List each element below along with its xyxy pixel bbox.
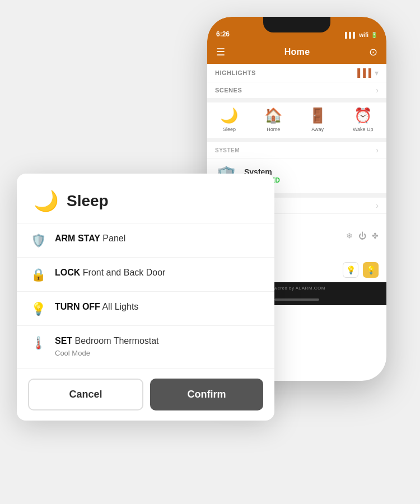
system-section-label: SYSTEM bbox=[215, 147, 240, 153]
thermostat-item: 🌡️ SET Bedroom Thermostat Cool Mode bbox=[17, 326, 274, 368]
light-off-button[interactable]: 💡 bbox=[343, 262, 358, 278]
menu-icon[interactable]: ☰ bbox=[216, 46, 225, 58]
scene-home[interactable]: 🏠 Home bbox=[264, 107, 282, 132]
home-scene-label: Home bbox=[267, 127, 280, 132]
lights-icons: 💡 💡 bbox=[343, 262, 379, 278]
scenes-label: SCENES bbox=[215, 87, 242, 94]
set-bold: SET bbox=[55, 336, 72, 346]
thermostat-item-text: SET Bedroom Thermostat Cool Mode bbox=[55, 335, 159, 359]
phone-header: ☰ Home ⊙ bbox=[207, 41, 386, 64]
dialog-items: 🛡️ ARM STAY Panel 🔒 LOCK Front and Back … bbox=[17, 223, 274, 368]
lock-item: 🔒 LOCK Front and Back Door bbox=[17, 258, 274, 292]
highlights-label: HIGHLIGHTS bbox=[215, 69, 256, 76]
phone-title: Home bbox=[284, 47, 310, 57]
highlights-right: ▐▐▐ ▾ bbox=[354, 68, 379, 77]
bar-chart-icon: ▐▐▐ bbox=[354, 68, 371, 77]
arm-stay-item: 🛡️ ARM STAY Panel bbox=[17, 223, 274, 258]
phone-notch bbox=[263, 17, 330, 32]
arm-stay-icon: 🛡️ bbox=[30, 234, 46, 248]
highlights-bar: HIGHLIGHTS ▐▐▐ ▾ bbox=[207, 64, 386, 82]
scenes-chevron[interactable]: › bbox=[376, 86, 379, 95]
settings-icon[interactable]: ⊙ bbox=[369, 46, 377, 58]
sleep-scene-label: Sleep bbox=[223, 127, 236, 132]
status-icons: ▌▌▌ wifi 🔋 bbox=[345, 32, 377, 38]
wifi-icon: wifi bbox=[359, 32, 368, 38]
scene-wakeup[interactable]: ⏰ Wake Up bbox=[353, 107, 374, 132]
home-indicator-bar bbox=[274, 298, 319, 301]
sleep-scene-icon: 🌙 bbox=[220, 107, 238, 124]
sleep-dialog: 🌙 Sleep 🛡️ ARM STAY Panel 🔒 LOCK Front a… bbox=[17, 174, 274, 421]
dialog-buttons: Cancel Confirm bbox=[17, 368, 274, 421]
snowflake-icon: ❄ bbox=[346, 231, 353, 240]
lock-bold: LOCK bbox=[55, 268, 80, 277]
away-scene-label: Away bbox=[311, 127, 324, 132]
dialog-title: Sleep bbox=[67, 192, 109, 210]
power-icon: ⏻ bbox=[358, 231, 366, 240]
highlights-chevron[interactable]: ▾ bbox=[375, 68, 379, 77]
turnoff-item: 💡 TURN OFF All Lights bbox=[17, 292, 274, 326]
wakeup-scene-label: Wake Up bbox=[353, 127, 374, 132]
scenes-icons-row[interactable]: 🌙 Sleep 🏠 Home 🚪 Away ⏰ Wake Up bbox=[207, 102, 386, 138]
away-scene-icon: 🚪 bbox=[309, 107, 326, 124]
signal-icon: ▌▌▌ bbox=[345, 32, 357, 38]
lock-icon: 🔒 bbox=[30, 268, 46, 282]
turnoff-bold: TURN OFF bbox=[55, 302, 100, 311]
home-scene-icon: 🏠 bbox=[264, 107, 282, 124]
lock-text: LOCK Front and Back Door bbox=[55, 267, 165, 279]
scenes-row: SCENES › bbox=[207, 82, 386, 98]
status-time: 6:26 bbox=[216, 30, 230, 38]
thermostat-sub: Cool Mode bbox=[55, 348, 159, 358]
scene-sleep[interactable]: 🌙 Sleep bbox=[220, 107, 238, 132]
thermostat-icon: 🌡️ bbox=[30, 336, 46, 351]
dialog-moon-icon: 🌙 bbox=[34, 189, 59, 213]
turnoff-text: TURN OFF All Lights bbox=[55, 301, 138, 313]
wakeup-scene-icon: ⏰ bbox=[354, 107, 372, 124]
dialog-header: 🌙 Sleep bbox=[17, 174, 274, 223]
cancel-button[interactable]: Cancel bbox=[28, 379, 143, 410]
thermostat-controls: ❄ ⏻ ✤ bbox=[346, 231, 379, 240]
confirm-button[interactable]: Confirm bbox=[150, 379, 263, 410]
arm-stay-bold: ARM STAY bbox=[55, 234, 100, 243]
thermostat-chevron[interactable]: › bbox=[376, 201, 379, 210]
system-section-header: SYSTEM › bbox=[207, 142, 386, 158]
bulb-icon: 💡 bbox=[30, 302, 46, 316]
light-on-button[interactable]: 💡 bbox=[363, 262, 379, 278]
system-chevron[interactable]: › bbox=[376, 146, 379, 155]
scene-away[interactable]: 🚪 Away bbox=[309, 107, 326, 132]
battery-icon: 🔋 bbox=[371, 32, 377, 38]
arm-stay-text: ARM STAY Panel bbox=[55, 232, 125, 245]
fan-icon: ✤ bbox=[372, 231, 379, 240]
